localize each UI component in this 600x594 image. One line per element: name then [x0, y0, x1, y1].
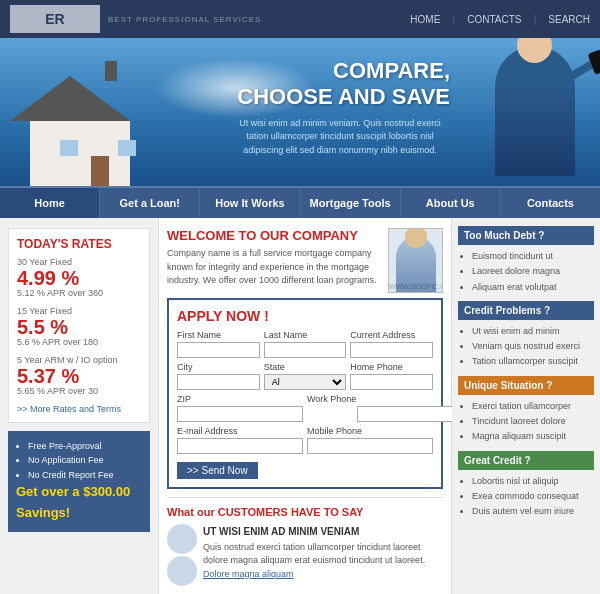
hero-banner: COMPARE, CHOOSE AND SAVE Ut wisi enim ad… [0, 38, 600, 186]
workphone-label: Work Phone [307, 394, 433, 404]
info-box-credit-title: Credit Problems ? [458, 301, 594, 320]
mobilephone-input[interactable] [307, 438, 433, 454]
testimonial-person-1 [167, 524, 197, 554]
top-nav-search[interactable]: SEARCH [548, 14, 590, 25]
rate-30yr: 30 Year Fixed 4.99 % 5.12 % APR over 360 [17, 257, 141, 298]
apply-title: APPLY NOW ! [177, 308, 433, 324]
promo-box: Free Pre-Approval No Application Fee No … [8, 431, 150, 532]
debt-item-2: Laoreet dolore magna [472, 264, 594, 279]
header: ER BEST PROFESSIONAL SERVICES HOME | CON… [0, 0, 600, 38]
info-box-unique: Unique Situation ? Exerci tation ullamco… [458, 376, 594, 445]
hero-title: COMPARE, CHOOSE AND SAVE [230, 58, 450, 111]
rate-5yr-sub: 5.65 % APR over 30 [17, 386, 141, 396]
form-row-2: City State Al Home Phone [177, 362, 433, 390]
form-row-1: First Name Last Name Current Address [177, 330, 433, 358]
form-group-workphone: Work Phone [307, 394, 433, 422]
more-rates-link[interactable]: More Rates and Terms [17, 404, 141, 414]
top-nav-home[interactable]: HOME [410, 14, 440, 25]
window-right [118, 140, 136, 156]
email-input[interactable] [177, 438, 303, 454]
form-group-mobilephone: Mobile Phone [307, 426, 433, 454]
send-button[interactable]: Send Now [177, 462, 258, 479]
rate-30yr-label: 30 Year Fixed [17, 257, 141, 267]
hero-house [10, 56, 170, 186]
state-label: State [264, 362, 347, 372]
hero-subtitle: Ut wisi enim ad minim veniam. Quis nostr… [230, 117, 450, 158]
lastname-input[interactable] [264, 342, 347, 358]
form-row-4: E-mail Address Mobile Phone [177, 426, 433, 454]
unique-item-2: Tincidunt laoreet dolore [472, 414, 594, 429]
debt-item-1: Euismod tincidunt ut [472, 249, 594, 264]
credit-item-1: Ut wisi enim ad minim [472, 324, 594, 339]
nav-about-us[interactable]: About Us [401, 188, 501, 218]
watermark: WWW.OOOPIC.COM [389, 283, 442, 290]
info-box-unique-list: Exerci tation ullamcorper Tincidunt laor… [458, 399, 594, 445]
form-group-homephone: Home Phone [350, 362, 433, 390]
form-group-address: Current Address [350, 330, 433, 358]
testimonial-link[interactable]: Dolore magna aliquam [203, 569, 294, 579]
testimonial-title: UT WISI ENIM AD MINIM VENIAM [203, 524, 443, 539]
nav-get-loan[interactable]: Get a Loan! [100, 188, 200, 218]
zip-input[interactable] [177, 406, 303, 422]
nav-home[interactable]: Home [0, 188, 100, 218]
promo-savings: Get over a $300.00 Savings! [16, 482, 142, 524]
window-left [60, 140, 78, 156]
credit-item-3: Tation ullamcorper suscipit [472, 354, 594, 369]
info-box-great-title: Great Credit ? [458, 451, 594, 470]
city-input[interactable] [177, 374, 260, 390]
right-column: Too Much Debt ? Euismod tincidunt ut Lao… [452, 218, 600, 594]
form-group-lastname: Last Name [264, 330, 347, 358]
door [91, 156, 109, 186]
top-nav-contacts[interactable]: CONTACTS [467, 14, 521, 25]
address-input[interactable] [350, 342, 433, 358]
rate-15yr-label: 15 Year Fixed [17, 306, 141, 316]
testimonial-person-2 [167, 556, 197, 586]
center-column: WWW.OOOPIC.COM WELCOME TO OUR COMPANY Co… [158, 218, 452, 594]
form-group-zip: ZIP [177, 394, 303, 422]
form-group-city: City [177, 362, 260, 390]
form-group-state: State Al [264, 362, 347, 390]
info-box-unique-title: Unique Situation ? [458, 376, 594, 395]
logo-box: ER [10, 5, 100, 33]
great-item-1: Lobortis nisl ut aliquip [472, 474, 594, 489]
testimonial: UT WISI ENIM AD MINIM VENIAM Quis nostru… [167, 524, 443, 588]
homephone-input[interactable] [350, 374, 433, 390]
homephone-label: Home Phone [350, 362, 433, 372]
rate-30yr-value: 4.99 % [17, 268, 141, 288]
state-select[interactable]: Al [264, 374, 347, 390]
mobilephone-label: Mobile Phone [307, 426, 433, 436]
rate-5yr: 5 Year ARM w / IO option 5.37 % 5.65 % A… [17, 355, 141, 396]
city-label: City [177, 362, 260, 372]
form-row-3: ZIP Work Phone [177, 394, 433, 422]
person-head [517, 38, 552, 63]
unique-item-1: Exerci tation ullamcorper [472, 399, 594, 414]
nav-mortgage-tools[interactable]: Mortgage Tools [301, 188, 401, 218]
nav-how-it-works[interactable]: How It Works [200, 188, 300, 218]
firstname-input[interactable] [177, 342, 260, 358]
great-item-2: Exea commodo consequat [472, 489, 594, 504]
nav-contacts[interactable]: Contacts [501, 188, 600, 218]
rate-30yr-sub: 5.12 % APR over 360 [17, 288, 141, 298]
debt-item-3: Aliquam erat volutpat [472, 280, 594, 295]
main-nav: Home Get a Loan! How It Works Mortgage T… [0, 186, 600, 218]
form-group-email: E-mail Address [177, 426, 303, 454]
rate-5yr-value: 5.37 % [17, 366, 141, 386]
firstname-label: First Name [177, 330, 260, 340]
house-body [30, 121, 130, 186]
address-label: Current Address [350, 330, 433, 340]
hero-text: COMPARE, CHOOSE AND SAVE Ut wisi enim ad… [230, 58, 450, 157]
info-box-credit: Credit Problems ? Ut wisi enim ad minim … [458, 301, 594, 370]
top-nav: HOME | CONTACTS | SEARCH [410, 13, 590, 25]
credit-item-2: Veniam quis nostrud exerci [472, 339, 594, 354]
logo-area: ER BEST PROFESSIONAL SERVICES [10, 5, 261, 33]
testimonial-images [167, 524, 197, 588]
info-box-great-list: Lobortis nisl ut aliquip Exea commodo co… [458, 474, 594, 520]
promo-list: Free Pre-Approval No Application Fee No … [16, 439, 142, 482]
promo-item-3: No Credit Report Fee [28, 468, 142, 482]
hero-person [480, 46, 590, 186]
roof [10, 76, 130, 121]
unique-item-3: Magna aliquam suscipit [472, 429, 594, 444]
lastname-label: Last Name [264, 330, 347, 340]
form-group-firstname: First Name [177, 330, 260, 358]
rate-15yr-value: 5.5 % [17, 317, 141, 337]
